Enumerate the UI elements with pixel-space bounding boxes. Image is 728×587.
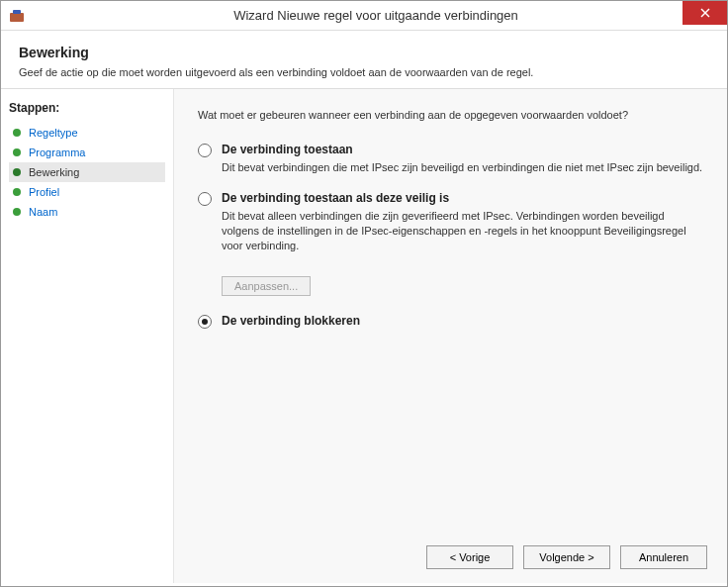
content-pane: Wat moet er gebeuren wanneer een verbind… <box>174 89 727 583</box>
titlebar: Wizard Nieuwe regel voor uitgaande verbi… <box>1 1 727 31</box>
bullet-icon <box>13 208 21 216</box>
bullet-icon <box>13 188 21 196</box>
step-programma[interactable]: Programma <box>9 143 165 162</box>
option-body: De verbinding blokkeren <box>222 314 703 332</box>
customize-button: Aanpassen... <box>222 276 311 296</box>
option-block[interactable]: De verbinding blokkeren <box>198 314 703 332</box>
step-label: Profiel <box>29 186 59 198</box>
option-body: De verbinding toestaan Dit bevat verbind… <box>222 143 703 175</box>
body: Stappen: Regeltype Programma Bewerking P… <box>1 89 727 583</box>
bullet-icon <box>13 148 21 156</box>
next-button[interactable]: Volgende > <box>523 545 610 569</box>
step-label: Naam <box>29 206 57 218</box>
window-title: Wizard Nieuwe regel voor uitgaande verbi… <box>25 8 727 23</box>
option-description: Dit bevat verbindingen die met IPsec zij… <box>222 160 703 175</box>
radio-block[interactable] <box>198 315 212 329</box>
bullet-icon <box>13 129 21 137</box>
app-icon <box>9 8 25 24</box>
step-profiel[interactable]: Profiel <box>9 182 165 202</box>
option-title: De verbinding toestaan als deze veilig i… <box>222 191 703 205</box>
svg-rect-1 <box>13 10 21 14</box>
step-bewerking[interactable]: Bewerking <box>9 162 165 182</box>
back-button[interactable]: < Vorige <box>426 545 513 569</box>
step-label: Regeltype <box>29 127 78 139</box>
page-title: Bewerking <box>19 45 709 60</box>
step-regeltype[interactable]: Regeltype <box>9 123 165 143</box>
steps-heading: Stappen: <box>9 101 165 115</box>
header-section: Bewerking Geef de actie op die moet word… <box>1 31 727 89</box>
page-description: Geef de actie op die moet worden uitgevo… <box>19 66 709 78</box>
option-description: Dit bevat alleen verbindingen die zijn g… <box>222 209 703 253</box>
option-body: De verbinding toestaan als deze veilig i… <box>222 191 703 253</box>
option-allow-secure[interactable]: De verbinding toestaan als deze veilig i… <box>198 191 703 253</box>
option-allow[interactable]: De verbinding toestaan Dit bevat verbind… <box>198 143 703 175</box>
question-text: Wat moet er gebeuren wanneer een verbind… <box>198 109 703 121</box>
step-label: Bewerking <box>29 166 79 178</box>
footer-buttons: < Vorige Volgende > Annuleren <box>426 545 707 569</box>
close-button[interactable] <box>682 1 727 25</box>
step-naam[interactable]: Naam <box>9 202 165 222</box>
wizard-window: Wizard Nieuwe regel voor uitgaande verbi… <box>0 0 728 587</box>
option-title: De verbinding blokkeren <box>222 314 703 328</box>
radio-allow[interactable] <box>198 144 212 157</box>
cancel-button[interactable]: Annuleren <box>620 545 707 569</box>
close-icon <box>700 8 710 18</box>
option-title: De verbinding toestaan <box>222 143 703 156</box>
radio-allow-secure[interactable] <box>198 192 212 206</box>
steps-sidebar: Stappen: Regeltype Programma Bewerking P… <box>1 89 174 583</box>
bullet-icon <box>13 168 21 176</box>
step-label: Programma <box>29 147 85 158</box>
svg-rect-0 <box>10 13 24 22</box>
